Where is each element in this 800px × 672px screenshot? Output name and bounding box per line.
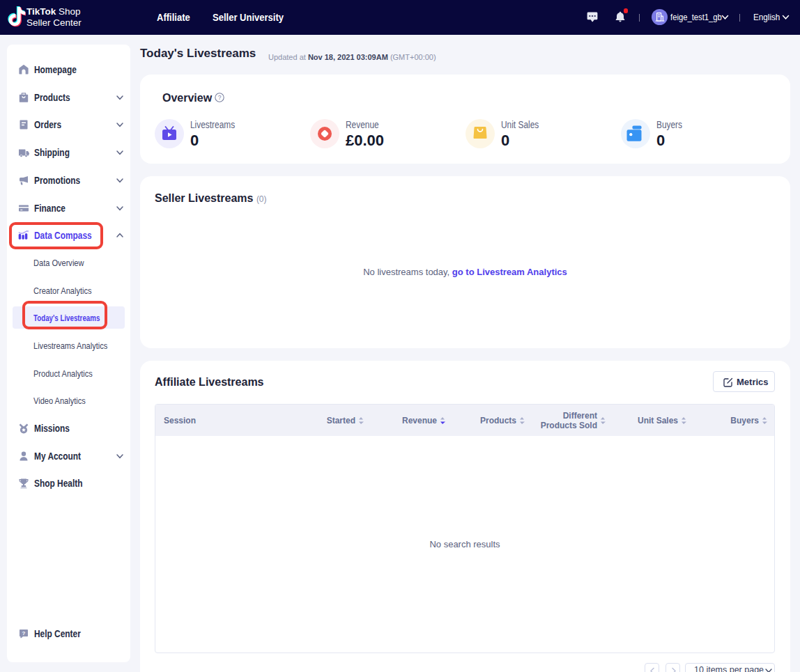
svg-text:?: ? (22, 630, 26, 636)
svg-text:?: ? (218, 94, 222, 101)
